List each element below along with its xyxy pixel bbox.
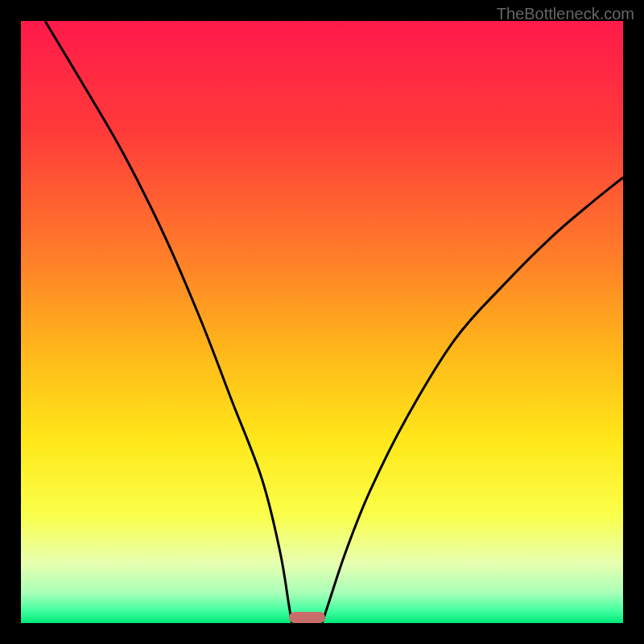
chart-area (21, 21, 623, 623)
curves-layer (21, 21, 623, 623)
curve-right (322, 177, 623, 623)
watermark-text: TheBottleneck.com (497, 5, 634, 23)
curve-left (45, 21, 292, 623)
minimum-marker-bar (289, 612, 325, 623)
